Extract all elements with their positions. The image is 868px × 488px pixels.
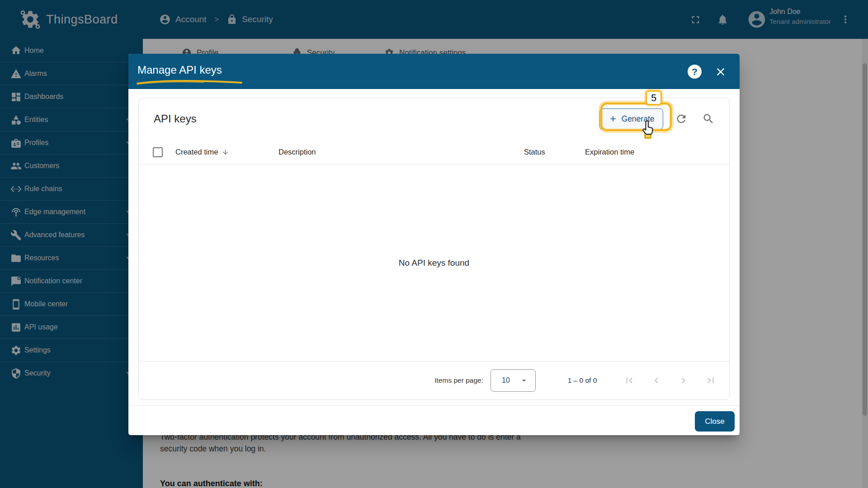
column-expiration-time[interactable]: Expiration time [585, 140, 634, 164]
column-status[interactable]: Status [524, 140, 545, 164]
refresh-icon [675, 113, 688, 125]
dialog-header: Manage API keys ? [128, 54, 740, 89]
page-size-value: 10 [502, 376, 510, 385]
api-keys-card: API keys Generate Created time [138, 98, 730, 400]
card-title: API keys [154, 113, 599, 125]
dialog-title: Manage API keys [137, 64, 222, 76]
chevron-left-icon [651, 375, 662, 386]
select-caret-icon [519, 375, 529, 385]
column-label: Expiration time [585, 148, 634, 156]
last-page-button[interactable] [705, 375, 717, 386]
table-header-row: Created time Description Status Expirati… [139, 140, 729, 164]
search-icon [702, 113, 715, 125]
items-per-page-label: Items per page: [434, 376, 483, 385]
next-page-button[interactable] [678, 375, 689, 386]
paginator-nav [623, 375, 717, 386]
first-page-icon [623, 375, 635, 386]
close-icon [714, 66, 727, 78]
refresh-button[interactable] [672, 110, 690, 128]
help-button[interactable]: ? [688, 65, 702, 79]
page-size-select[interactable]: 10 [491, 369, 536, 392]
empty-state-text: No API keys found [139, 164, 729, 361]
page-range-label: 1 – 0 of 0 [557, 376, 607, 385]
sort-desc-arrow-icon [222, 148, 229, 156]
dialog-footer: Close [128, 405, 740, 435]
help-icon: ? [692, 66, 698, 77]
column-description[interactable]: Description [278, 140, 316, 164]
app-root: ThingsBoard Account > Security John Doe … [0, 0, 868, 488]
chevron-right-icon [678, 375, 689, 386]
column-label: Created time [175, 148, 218, 156]
last-page-icon [705, 375, 717, 386]
step-highlight-ring [600, 103, 672, 131]
search-button[interactable] [699, 110, 717, 128]
column-label: Description [278, 148, 316, 156]
first-page-button[interactable] [623, 375, 635, 386]
column-created-time[interactable]: Created time [175, 140, 229, 164]
pointer-cursor-annotation [640, 119, 659, 139]
column-label: Status [524, 148, 545, 156]
title-underline-annotation [136, 79, 243, 85]
close-button[interactable]: Close [695, 411, 735, 432]
paginator: Items per page: 10 1 – 0 of 0 [139, 361, 729, 399]
select-all-checkbox[interactable] [153, 147, 163, 157]
step-number-badge: 5 [646, 90, 662, 105]
previous-page-button[interactable] [651, 375, 662, 386]
dialog-close-button[interactable] [714, 66, 727, 78]
